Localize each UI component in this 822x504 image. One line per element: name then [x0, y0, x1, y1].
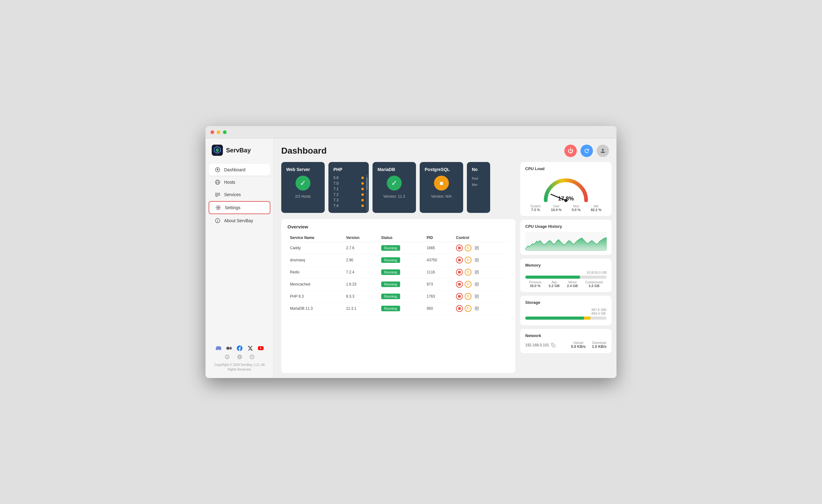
extra-card[interactable]: No Red Mer [467, 162, 490, 213]
status-badge: Running [381, 270, 400, 275]
log-button[interactable] [473, 305, 480, 312]
php-card[interactable]: PHP 5.6 7.0 7.1 7.2 7.3 7.4 [328, 162, 369, 213]
memory-bar-track [525, 276, 606, 279]
maximize-button[interactable] [223, 130, 227, 134]
cell-pid: 43750 [424, 254, 453, 266]
cell-version: 8.3.3 [344, 291, 379, 303]
main-header: Dashboard ⏻ [274, 138, 616, 162]
services-icon [215, 192, 221, 197]
user-button[interactable] [596, 145, 609, 157]
header-actions: ⏻ [564, 145, 609, 157]
svg-rect-8 [216, 194, 220, 195]
restart-button[interactable]: ↻ [465, 269, 471, 276]
status-badge: Running [381, 294, 400, 299]
table-header-row: Service Name Version Status PID Control [288, 234, 509, 242]
php-version-72: 7.2 [333, 192, 364, 197]
main-body: Web Server ✓ 2/2 Hosts PHP 5.6 7.0 7.1 7 [274, 162, 616, 378]
sidebar-item-services[interactable]: Services [209, 189, 270, 200]
minimize-button[interactable] [217, 130, 221, 134]
cpu-load-title: CPU Load [525, 166, 606, 171]
status-badge: Running [381, 306, 400, 311]
stop-button[interactable] [456, 257, 463, 264]
cell-status: Running [379, 242, 424, 254]
mariadb-card[interactable]: MariaDB ✓ Version: 11.3 [373, 162, 416, 213]
log-button[interactable] [473, 244, 480, 251]
help-icon[interactable]: ? [249, 354, 255, 360]
log-button[interactable] [473, 269, 480, 276]
cell-status: Running [379, 266, 424, 279]
mariadb-subtitle: Version: 11.3 [378, 194, 411, 198]
dashboard-icon [215, 167, 221, 172]
sidebar-item-settings[interactable]: Settings [209, 201, 270, 214]
svg-rect-47 [458, 307, 461, 310]
cpu-nice: Nice 0.0 % [572, 204, 580, 212]
stop-button[interactable] [456, 269, 463, 276]
cell-pid: 950 [424, 303, 453, 315]
facebook-icon[interactable] [237, 345, 243, 351]
cpu-system: System 7.3 % [530, 204, 541, 212]
mem-wired: Wired 2.4 GB [567, 281, 578, 288]
postgresql-status: ■ [434, 176, 449, 190]
memory-bar-fill [525, 276, 580, 279]
power-button[interactable]: ⏻ [564, 145, 577, 157]
cell-pid: 1665 [424, 242, 453, 254]
cell-status: Running [379, 291, 424, 303]
restart-button[interactable]: ↻ [465, 244, 471, 251]
col-version: Version [344, 234, 379, 242]
globe-footer-icon[interactable] [237, 354, 243, 360]
cpu-idle: Idle 82.2 % [591, 204, 601, 212]
cell-version: 2.90 [344, 254, 379, 266]
svg-point-16 [227, 356, 227, 356]
twitter-icon[interactable] [247, 345, 253, 351]
close-button[interactable] [211, 130, 214, 134]
sidebar-item-hosts[interactable]: Hosts [209, 176, 270, 188]
col-status: Status [379, 234, 424, 242]
col-pid: PID [424, 234, 453, 242]
cell-control: ↻ [453, 291, 509, 303]
refresh-button[interactable] [580, 145, 593, 157]
web-server-card[interactable]: Web Server ✓ 2/2 Hosts [281, 162, 325, 213]
info-circle-icon[interactable] [224, 354, 230, 360]
about-label: About ServBay [224, 218, 253, 223]
discord-icon[interactable] [216, 345, 222, 351]
svg-rect-9 [216, 196, 218, 197]
upload-stat: Upload 0.0 KB/s [571, 341, 585, 349]
log-button[interactable] [473, 293, 480, 300]
cell-status: Running [379, 303, 424, 315]
restart-button[interactable]: ↻ [465, 293, 471, 300]
log-button[interactable] [473, 281, 480, 288]
medium-icon[interactable] [226, 345, 232, 351]
copyright-text: CopyRight © 2024 ServBay, LLC. All Right… [212, 363, 267, 372]
postgresql-card[interactable]: PostgreSQL ■ Version: N/A [420, 162, 463, 213]
sidebar: ServBay Dashboard [206, 138, 274, 378]
app-window: ServBay Dashboard [206, 126, 616, 378]
cell-pid: 1116 [424, 266, 453, 279]
memory-label: 10.8/16.0 GB [586, 271, 606, 274]
mem-compressed: Compressed 3.2 GB [585, 281, 603, 288]
stop-button[interactable] [456, 281, 463, 288]
postgresql-subtitle: Version: N/A [425, 194, 458, 198]
page-title: Dashboard [281, 146, 327, 156]
stop-button[interactable] [456, 305, 463, 312]
cpu-history-chart [525, 232, 606, 250]
table-row: Caddy 2.7.6 Running 1665 ↻ [288, 242, 509, 254]
sidebar-item-dashboard[interactable]: Dashboard [209, 164, 270, 176]
restart-button[interactable]: ↻ [465, 257, 471, 264]
dashboard-label: Dashboard [224, 167, 246, 172]
storage-card: Storage 397.6 GB/494.4 GB [520, 296, 611, 325]
restart-button[interactable]: ↻ [465, 281, 471, 288]
stop-button[interactable] [456, 244, 463, 251]
restart-button[interactable]: ↻ [465, 305, 471, 312]
stop-button[interactable] [456, 293, 463, 300]
table-row: Redis 7.2.4 Running 1116 ↻ [288, 266, 509, 279]
sidebar-item-about[interactable]: About ServBay [209, 215, 270, 226]
network-row: 192.168.0.101 Upload 0.0 KB/s Download [525, 341, 606, 349]
cell-name: MariaDB 11.3 [288, 303, 344, 315]
hosts-label: Hosts [224, 180, 235, 185]
youtube-icon[interactable] [258, 345, 264, 351]
col-service-name: Service Name [288, 234, 344, 242]
servbay-logo-icon [212, 145, 223, 156]
cpu-load-card: CPU Load [520, 162, 611, 216]
log-button[interactable] [473, 257, 480, 264]
svg-rect-54 [552, 345, 555, 347]
